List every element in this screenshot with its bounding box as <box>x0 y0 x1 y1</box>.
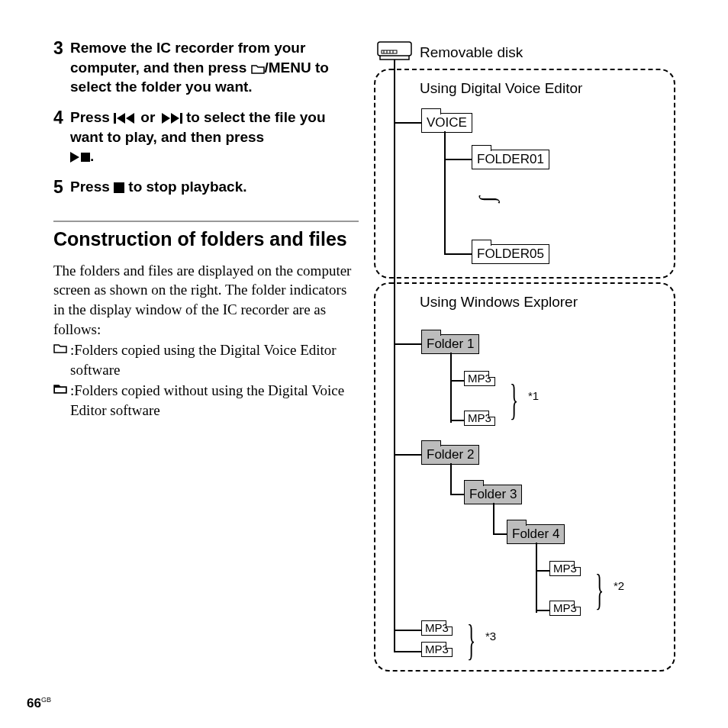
folder-05: FOLDER05 <box>472 244 549 264</box>
page-num-value: 66 <box>27 696 41 710</box>
step-number: 5 <box>53 177 70 198</box>
brace-icon: } <box>510 374 518 425</box>
legend-text: :Folders copied without using the Digita… <box>70 381 359 420</box>
tree-line <box>493 533 507 535</box>
folder-outline-icon <box>53 340 70 356</box>
stop-icon <box>114 179 124 189</box>
annotation-1: *1 <box>528 389 539 402</box>
tree-line <box>450 380 464 382</box>
legend-row-other: :Folders copied without using the Digita… <box>53 381 359 420</box>
svg-marker-2 <box>126 113 134 124</box>
tree-line <box>493 503 494 533</box>
tree-line <box>394 454 421 456</box>
body-text: The folders and files are displayed on t… <box>53 261 359 340</box>
folder-1: Folder 1 <box>421 334 479 354</box>
text: Press <box>70 109 114 125</box>
folder-diagram: Removable disk Using Digital Voice Edito… <box>374 38 679 672</box>
file-mp3: MP3 <box>549 601 581 616</box>
svg-rect-8 <box>114 182 124 193</box>
file-mp3: MP3 <box>421 642 453 657</box>
file-mp3: MP3 <box>421 620 453 636</box>
divider <box>53 221 359 222</box>
file-mp3: MP3 <box>464 411 495 426</box>
step-5: 5 Press to stop playback. <box>53 177 359 198</box>
tree-line <box>394 651 421 652</box>
page-number: 66GB <box>27 696 51 711</box>
svg-marker-4 <box>171 113 179 124</box>
folder-01: FOLDER01 <box>472 150 549 169</box>
svg-marker-6 <box>70 152 79 163</box>
prev-track-icon <box>114 109 137 120</box>
folder-2: Folder 2 <box>421 445 479 465</box>
file-mp3: MP3 <box>464 371 495 386</box>
tree-line <box>394 122 421 124</box>
tree-line <box>444 159 472 160</box>
tree-line <box>536 543 537 613</box>
svg-rect-0 <box>114 113 116 124</box>
folder-filled-icon <box>53 381 70 397</box>
tree-line <box>450 420 464 421</box>
brace-icon: } <box>467 614 475 665</box>
tree-line <box>450 353 452 423</box>
tree-line <box>394 630 421 631</box>
step-4: 4 Press or to select the file you want t… <box>53 108 359 166</box>
group-dve-title: Using Digital Voice Editor <box>420 80 582 97</box>
step-number: 4 <box>53 108 70 166</box>
text: or <box>137 109 159 125</box>
svg-rect-9 <box>55 388 66 392</box>
legend-text: :Folders copied using the Digital Voice … <box>70 340 359 379</box>
folder-3: Folder 3 <box>464 485 522 504</box>
tree-line <box>444 253 472 255</box>
brace-icon: } <box>595 564 604 615</box>
tree-line <box>536 570 549 572</box>
next-track-icon <box>159 109 182 120</box>
play-pause-icon <box>70 148 90 159</box>
text: Press <box>70 179 114 195</box>
page-region: GB <box>41 696 51 704</box>
right-column: Removable disk Using Digital Voice Edito… <box>374 38 697 672</box>
step-3: 3 Remove the IC recorder from your compu… <box>53 38 359 97</box>
group-win-box <box>374 282 675 672</box>
left-column: 3 Remove the IC recorder from your compu… <box>53 38 359 672</box>
tree-line <box>444 131 446 253</box>
step-number: 3 <box>53 38 70 97</box>
ellipsis-icon: ∫ <box>479 196 504 202</box>
tree-line <box>450 494 464 495</box>
step-text: Press to stop playback. <box>70 177 247 198</box>
folder-4: Folder 4 <box>507 524 565 544</box>
svg-rect-7 <box>81 153 90 162</box>
step-text: Press or to select the file you want to … <box>70 108 359 166</box>
section-title: Construction of folders and files <box>53 228 359 250</box>
folder-outline-icon <box>251 60 265 70</box>
tree-line <box>536 610 549 611</box>
text: to stop playback. <box>124 179 246 195</box>
legend-row-dve: :Folders copied using the Digital Voice … <box>53 340 359 379</box>
step-text: Remove the IC recorder from your compute… <box>70 38 359 97</box>
annotation-2: *2 <box>614 579 624 592</box>
disk-label: Removable disk <box>420 44 523 61</box>
folder-voice: VOICE <box>421 113 472 133</box>
tree-line <box>394 343 421 345</box>
text: . <box>90 148 94 164</box>
svg-marker-1 <box>117 113 125 124</box>
tree-line <box>450 463 452 494</box>
group-win-title: Using Windows Explorer <box>420 294 578 311</box>
svg-marker-3 <box>162 113 170 124</box>
annotation-3: *3 <box>485 630 496 643</box>
file-mp3: MP3 <box>549 561 581 576</box>
